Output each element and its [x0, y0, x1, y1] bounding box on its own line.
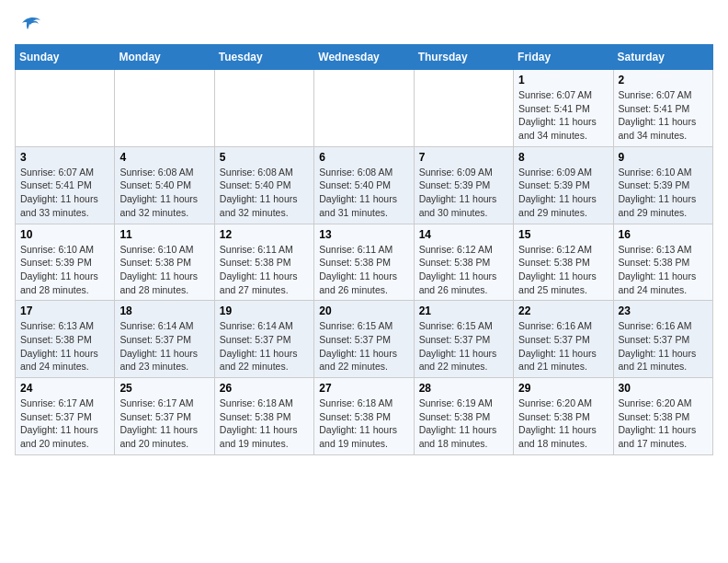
- day-info: Sunrise: 6:16 AMSunset: 5:37 PMDaylight:…: [619, 319, 708, 373]
- calendar-cell: 26Sunrise: 6:18 AMSunset: 5:38 PMDayligh…: [214, 378, 313, 455]
- calendar-cell: 29Sunrise: 6:20 AMSunset: 5:38 PMDayligh…: [514, 378, 613, 455]
- calendar-cell: 19Sunrise: 6:14 AMSunset: 5:37 PMDayligh…: [214, 301, 313, 378]
- day-info: Sunrise: 6:08 AMSunset: 5:40 PMDaylight:…: [119, 166, 209, 220]
- calendar-cell: 15Sunrise: 6:12 AMSunset: 5:38 PMDayligh…: [514, 224, 613, 301]
- calendar-cell: 30Sunrise: 6:20 AMSunset: 5:38 PMDayligh…: [613, 378, 712, 455]
- day-number: 19: [220, 304, 309, 317]
- page-header: [15, 15, 713, 37]
- day-info: Sunrise: 6:07 AMSunset: 5:41 PMDaylight:…: [619, 88, 708, 143]
- day-number: 5: [220, 151, 309, 164]
- calendar-cell: 9Sunrise: 6:10 AMSunset: 5:39 PMDaylight…: [613, 146, 712, 224]
- calendar-body: 1Sunrise: 6:07 AMSunset: 5:41 PMDaylight…: [16, 70, 713, 455]
- calendar-header: SundayMondayTuesdayWednesdayThursdayFrid…: [16, 45, 713, 70]
- day-info: Sunrise: 6:08 AMSunset: 5:40 PMDaylight:…: [220, 166, 309, 220]
- day-number: 12: [220, 228, 309, 241]
- calendar-cell: 17Sunrise: 6:13 AMSunset: 5:38 PMDayligh…: [16, 301, 115, 378]
- day-number: 23: [619, 304, 708, 317]
- calendar-cell: 20Sunrise: 6:15 AMSunset: 5:37 PMDayligh…: [314, 301, 414, 378]
- calendar-cell: 3Sunrise: 6:07 AMSunset: 5:41 PMDaylight…: [16, 146, 115, 224]
- day-number: 11: [119, 228, 209, 241]
- calendar-cell: 21Sunrise: 6:15 AMSunset: 5:37 PMDayligh…: [414, 301, 513, 378]
- day-number: 25: [119, 382, 209, 395]
- weekday-header-friday: Friday: [514, 45, 613, 70]
- calendar-cell: 6Sunrise: 6:08 AMSunset: 5:40 PMDaylight…: [314, 146, 414, 224]
- calendar-cell: 11Sunrise: 6:10 AMSunset: 5:38 PMDayligh…: [115, 224, 214, 301]
- day-info: Sunrise: 6:13 AMSunset: 5:38 PMDaylight:…: [20, 319, 109, 373]
- day-info: Sunrise: 6:11 AMSunset: 5:38 PMDaylight:…: [319, 243, 408, 297]
- day-info: Sunrise: 6:11 AMSunset: 5:38 PMDaylight:…: [220, 243, 309, 297]
- calendar-cell: 27Sunrise: 6:18 AMSunset: 5:38 PMDayligh…: [314, 378, 414, 455]
- day-number: 28: [419, 382, 508, 395]
- calendar-week-4: 17Sunrise: 6:13 AMSunset: 5:38 PMDayligh…: [16, 301, 713, 378]
- day-number: 24: [20, 382, 109, 395]
- day-info: Sunrise: 6:09 AMSunset: 5:39 PMDaylight:…: [419, 166, 508, 220]
- day-number: 27: [319, 382, 408, 395]
- calendar-cell: 25Sunrise: 6:17 AMSunset: 5:37 PMDayligh…: [115, 378, 214, 455]
- day-number: 9: [619, 151, 708, 164]
- day-number: 7: [419, 151, 508, 164]
- calendar-cell: 23Sunrise: 6:16 AMSunset: 5:37 PMDayligh…: [613, 301, 712, 378]
- day-info: Sunrise: 6:12 AMSunset: 5:38 PMDaylight:…: [419, 243, 508, 297]
- logo-icon: [15, 15, 42, 37]
- day-info: Sunrise: 6:10 AMSunset: 5:39 PMDaylight:…: [619, 166, 708, 220]
- calendar-cell: 14Sunrise: 6:12 AMSunset: 5:38 PMDayligh…: [414, 224, 513, 301]
- weekday-header-row: SundayMondayTuesdayWednesdayThursdayFrid…: [16, 45, 713, 70]
- day-info: Sunrise: 6:13 AMSunset: 5:38 PMDaylight:…: [619, 243, 708, 297]
- day-number: 30: [619, 382, 708, 395]
- day-number: 8: [518, 151, 608, 164]
- weekday-header-saturday: Saturday: [613, 45, 712, 70]
- day-info: Sunrise: 6:08 AMSunset: 5:40 PMDaylight:…: [319, 166, 408, 220]
- day-info: Sunrise: 6:19 AMSunset: 5:38 PMDaylight:…: [419, 396, 508, 451]
- calendar-cell: 12Sunrise: 6:11 AMSunset: 5:38 PMDayligh…: [214, 224, 313, 301]
- weekday-header-sunday: Sunday: [16, 45, 115, 70]
- calendar-cell: [214, 70, 313, 147]
- day-number: 20: [319, 304, 408, 317]
- day-number: 6: [319, 151, 408, 164]
- day-number: 26: [220, 382, 309, 395]
- calendar-cell: 2Sunrise: 6:07 AMSunset: 5:41 PMDaylight…: [613, 70, 712, 147]
- day-info: Sunrise: 6:17 AMSunset: 5:37 PMDaylight:…: [119, 396, 209, 451]
- calendar-week-5: 24Sunrise: 6:17 AMSunset: 5:37 PMDayligh…: [16, 378, 713, 455]
- day-info: Sunrise: 6:07 AMSunset: 5:41 PMDaylight:…: [20, 166, 109, 220]
- day-info: Sunrise: 6:18 AMSunset: 5:38 PMDaylight:…: [319, 396, 408, 451]
- calendar-cell: 28Sunrise: 6:19 AMSunset: 5:38 PMDayligh…: [414, 378, 513, 455]
- day-number: 29: [518, 382, 608, 395]
- day-info: Sunrise: 6:09 AMSunset: 5:39 PMDaylight:…: [518, 166, 608, 220]
- calendar-cell: 4Sunrise: 6:08 AMSunset: 5:40 PMDaylight…: [115, 146, 214, 224]
- day-number: 21: [419, 304, 508, 317]
- calendar-cell: 16Sunrise: 6:13 AMSunset: 5:38 PMDayligh…: [613, 224, 712, 301]
- day-info: Sunrise: 6:15 AMSunset: 5:37 PMDaylight:…: [419, 319, 508, 373]
- day-info: Sunrise: 6:15 AMSunset: 5:37 PMDaylight:…: [319, 319, 408, 373]
- calendar-cell: [16, 70, 115, 147]
- calendar-cell: [414, 70, 513, 147]
- calendar-week-3: 10Sunrise: 6:10 AMSunset: 5:39 PMDayligh…: [16, 224, 713, 301]
- weekday-header-wednesday: Wednesday: [314, 45, 414, 70]
- calendar-cell: 13Sunrise: 6:11 AMSunset: 5:38 PMDayligh…: [314, 224, 414, 301]
- calendar-cell: [115, 70, 214, 147]
- day-number: 15: [518, 228, 608, 241]
- day-number: 22: [518, 304, 608, 317]
- day-number: 3: [20, 151, 109, 164]
- weekday-header-tuesday: Tuesday: [214, 45, 313, 70]
- calendar-table: SundayMondayTuesdayWednesdayThursdayFrid…: [15, 44, 713, 455]
- calendar-cell: [314, 70, 414, 147]
- day-number: 16: [619, 228, 708, 241]
- logo: [15, 15, 46, 37]
- day-number: 17: [20, 304, 109, 317]
- calendar-cell: 7Sunrise: 6:09 AMSunset: 5:39 PMDaylight…: [414, 146, 513, 224]
- day-number: 4: [119, 151, 209, 164]
- day-number: 14: [419, 228, 508, 241]
- weekday-header-monday: Monday: [115, 45, 214, 70]
- day-info: Sunrise: 6:12 AMSunset: 5:38 PMDaylight:…: [518, 243, 608, 297]
- day-info: Sunrise: 6:16 AMSunset: 5:37 PMDaylight:…: [518, 319, 608, 373]
- calendar-cell: 10Sunrise: 6:10 AMSunset: 5:39 PMDayligh…: [16, 224, 115, 301]
- day-info: Sunrise: 6:10 AMSunset: 5:38 PMDaylight:…: [119, 243, 209, 297]
- day-number: 13: [319, 228, 408, 241]
- day-number: 10: [20, 228, 109, 241]
- calendar-week-1: 1Sunrise: 6:07 AMSunset: 5:41 PMDaylight…: [16, 70, 713, 147]
- day-info: Sunrise: 6:18 AMSunset: 5:38 PMDaylight:…: [220, 396, 309, 451]
- calendar-cell: 8Sunrise: 6:09 AMSunset: 5:39 PMDaylight…: [514, 146, 613, 224]
- day-info: Sunrise: 6:14 AMSunset: 5:37 PMDaylight:…: [220, 319, 309, 373]
- day-info: Sunrise: 6:17 AMSunset: 5:37 PMDaylight:…: [20, 396, 109, 451]
- calendar-cell: 18Sunrise: 6:14 AMSunset: 5:37 PMDayligh…: [115, 301, 214, 378]
